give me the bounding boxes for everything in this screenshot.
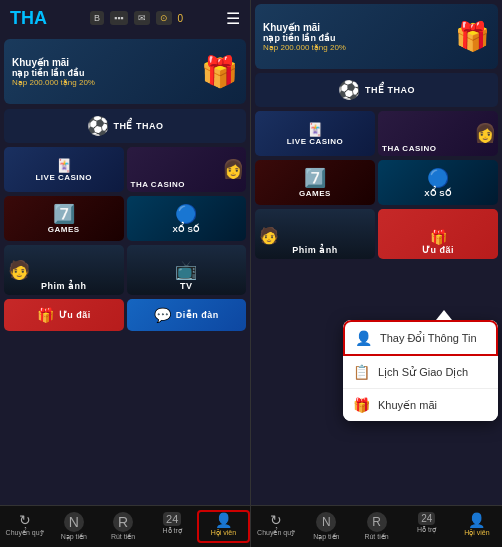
right-xoso-btn[interactable]: 🔵 XỔ SỐ [378, 160, 498, 205]
seven-icon: 7️⃣ [53, 203, 75, 225]
tv-btn[interactable]: 📺 TV [127, 245, 247, 295]
nav-rut-tien[interactable]: R Rút tiền [98, 510, 147, 543]
dien-dan-btn[interactable]: 💬 Diễn đàn [127, 299, 247, 331]
tha-casino-btn[interactable]: 👩 THA CASINO [127, 147, 247, 192]
right-nav-nap-tien[interactable]: N Nạp tiền [301, 510, 351, 543]
promo-icon: 🎁 [353, 397, 370, 413]
right-phim-btn[interactable]: 🧑 Phim ảnh [255, 209, 375, 259]
banner-line1: Khuyến mãi [12, 57, 95, 68]
banner-line2: nạp tiền lần đầu [12, 68, 95, 78]
right-tha-casino-btn[interactable]: 👩 THA CASINO [378, 111, 498, 156]
the-thao-label: THỂ THAO [114, 121, 164, 131]
right-uu-dai-btn[interactable]: 🎁 Ưu đãi [378, 209, 498, 259]
woman-icon: 👩 [222, 158, 244, 180]
dien-dan-label: Diễn đàn [176, 310, 219, 320]
uu-dai-label: Ưu đãi [59, 310, 91, 320]
right-live-casino-btn[interactable]: 🃏 LIVE CASINO [255, 111, 375, 156]
menu-icon[interactable]: ☰ [226, 9, 240, 28]
live-casino-btn[interactable]: 🃏 LIVE CASINO [4, 147, 124, 192]
dropdown-khuyen-mai[interactable]: 🎁 Khuyến mãi [343, 389, 498, 421]
right-hoi-vien-label: Hội viên [464, 529, 489, 537]
right-chuyen-quy-icon: ↻ [270, 512, 282, 528]
hoi-vien-label: Hội viên [211, 529, 236, 537]
left-banner: Khuyến mãi nạp tiền lần đầu Nạp 200.000 … [4, 39, 246, 104]
user-edit-icon: 👤 [355, 330, 372, 346]
chuyen-quy-label: Chuyển quỹ [6, 529, 44, 537]
coin-icon: ⊙ [156, 11, 172, 25]
right-phim-row: 🧑 Phim ảnh 🎁 Ưu đãi [255, 209, 498, 259]
dropdown-menu: 👤 Thay Đổi Thông Tin 📋 Lịch Sử Giao Dịch… [343, 320, 498, 421]
right-nav-ho-tro[interactable]: 24 Hỗ trợ [402, 510, 452, 543]
right-banner-line1: Khuyến mãi [263, 22, 346, 33]
phim-row: 🧑 Phim ảnh 📺 TV [4, 245, 246, 295]
nap-tien-icon: N [64, 512, 84, 532]
left-logo: THA [10, 8, 47, 29]
b-icon: B [90, 11, 104, 25]
left-status-icons: B ▪▪▪ ✉ ⊙ 0 [90, 11, 183, 25]
right-ho-tro-icon: 24 [418, 512, 435, 525]
dropdown-arrow [436, 310, 452, 320]
signal-icon: ▪▪▪ [110, 11, 128, 25]
nav-chuyen-quy[interactable]: ↻ Chuyển quỹ [0, 510, 49, 543]
lottery-icon: 🔵 [175, 203, 197, 225]
casino-row: 🃏 LIVE CASINO 👩 THA CASINO [4, 147, 246, 192]
lich-su-label: Lịch Sử Giao Dịch [378, 366, 468, 379]
card-icon: 🃏 [56, 158, 72, 173]
right-casino-row: 🃏 LIVE CASINO 👩 THA CASINO [255, 111, 498, 156]
games-row: 7️⃣ GAMES 🔵 XỔ SỐ [4, 196, 246, 241]
right-nap-tien-icon: N [316, 512, 336, 532]
games-btn[interactable]: 7️⃣ GAMES [4, 196, 124, 241]
dropdown-thay-doi[interactable]: 👤 Thay Đổi Thông Tin [343, 320, 498, 356]
gift-promo-icon: 🎁 [37, 307, 54, 323]
right-chuyen-quy-label: Chuyển quỹ [257, 529, 295, 537]
thay-doi-label: Thay Đổi Thông Tin [380, 332, 477, 345]
uu-dai-btn[interactable]: 🎁 Ưu đãi [4, 299, 124, 331]
right-phone: Khuyến mãi nạp tiền lần đầu Nạp 200.000 … [251, 0, 502, 547]
nap-tien-label: Nạp tiền [61, 533, 87, 541]
chat-icon: 💬 [154, 307, 171, 323]
games-label: GAMES [48, 225, 80, 234]
right-banner: Khuyến mãi nạp tiền lần đầu Nạp 200.000 … [255, 4, 498, 69]
right-ho-tro-label: Hỗ trợ [417, 526, 436, 534]
dropdown-lich-su[interactable]: 📋 Lịch Sử Giao Dịch [343, 356, 498, 389]
right-banner-line2: nạp tiền lần đầu [263, 33, 346, 43]
balance: 0 [178, 13, 184, 24]
nav-ho-tro[interactable]: 24 Hỗ trợ [148, 510, 197, 543]
xoso-btn[interactable]: 🔵 XỔ SỐ [127, 196, 247, 241]
ho-tro-label: Hỗ trợ [163, 527, 182, 535]
the-thao-btn[interactable]: ⚽ THỂ THAO [4, 109, 246, 143]
right-nap-tien-label: Nạp tiền [313, 533, 339, 541]
right-hoi-vien-icon: 👤 [468, 512, 485, 528]
right-nav-hoi-vien[interactable]: 👤 Hội viên [452, 510, 502, 543]
right-gift-icon: 🎁 [455, 21, 490, 52]
right-nav-chuyen-quy[interactable]: ↻ Chuyển quỹ [251, 510, 301, 543]
right-the-thao-label: THỂ THAO [365, 85, 415, 95]
right-live-casino-label: LIVE CASINO [287, 137, 344, 146]
nav-hoi-vien[interactable]: 👤 Hội viên [197, 510, 250, 543]
soccer-icon: ⚽ [87, 115, 109, 137]
right-lottery-icon: 🔵 [427, 167, 449, 189]
banner-promo: Nạp 200.000 tặng 20% [12, 78, 95, 87]
left-bottom-nav: ↻ Chuyển quỹ N Nạp tiền R Rút tiền 24 Hỗ… [0, 505, 250, 547]
xoso-label: XỔ SỐ [173, 225, 200, 234]
tv-icon: 📺 [175, 259, 197, 281]
right-seven-icon: 7️⃣ [304, 167, 326, 189]
right-bottom-nav: ↻ Chuyển quỹ N Nạp tiền R Rút tiền 24 Hỗ… [251, 505, 502, 547]
right-games-btn[interactable]: 7️⃣ GAMES [255, 160, 375, 205]
nav-nap-tien[interactable]: N Nạp tiền [49, 510, 98, 543]
left-header: THA B ▪▪▪ ✉ ⊙ 0 ☰ [0, 0, 250, 36]
right-soccer-icon: ⚽ [338, 79, 360, 101]
right-rut-tien-icon: R [367, 512, 387, 532]
live-casino-label: LIVE CASINO [35, 173, 92, 182]
rut-tien-label: Rút tiền [111, 533, 135, 541]
right-uu-dai-icon: 🎁 [430, 229, 447, 245]
rut-tien-icon: R [113, 512, 133, 532]
phim-anh-btn[interactable]: 🧑 Phim ảnh [4, 245, 124, 295]
right-card-icon: 🃏 [307, 122, 323, 137]
right-nav-rut-tien[interactable]: R Rút tiền [351, 510, 401, 543]
right-xoso-label: XỔ SỐ [424, 189, 451, 198]
ho-tro-icon: 24 [163, 512, 181, 526]
right-phim-label: Phim ảnh [292, 245, 338, 255]
right-the-thao-btn[interactable]: ⚽ THỂ THAO [255, 73, 498, 107]
uu-dai-row: 🎁 Ưu đãi 💬 Diễn đàn [4, 299, 246, 331]
